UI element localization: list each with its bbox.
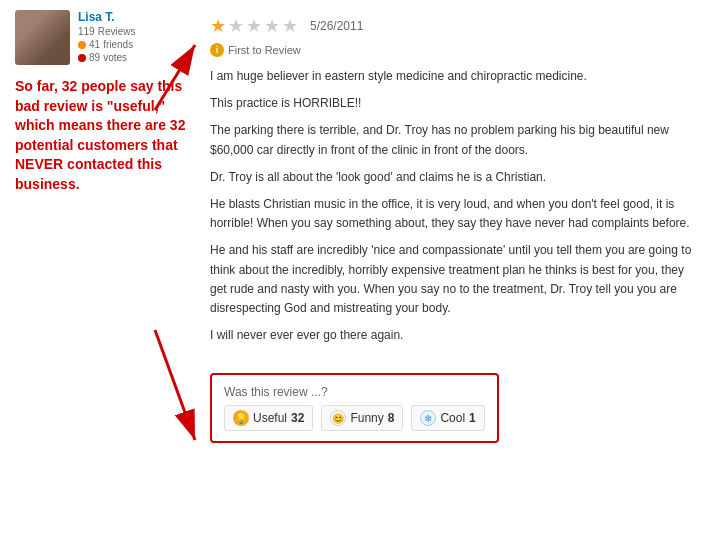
star-1: ★ xyxy=(210,15,226,37)
reviews-label: Reviews xyxy=(98,26,136,37)
review-para-4: Dr. Troy is all about the 'look good' an… xyxy=(210,168,704,187)
info-icon: i xyxy=(210,43,224,57)
star-4: ★ xyxy=(264,15,280,37)
funny-icon: 😊 xyxy=(330,410,346,426)
cool-count: 1 xyxy=(469,411,476,425)
user-reviews: 119 Reviews xyxy=(78,26,135,37)
first-review-badge: i First to Review xyxy=(210,43,704,57)
left-panel: Lisa T. 119 Reviews 41 friends 89 votes … xyxy=(0,0,200,545)
annotation-text: So far, 32 people say this bad review is… xyxy=(15,77,190,195)
star-2: ★ xyxy=(228,15,244,37)
useful-count: 32 xyxy=(291,411,304,425)
review-actions: Was this review ...? 💡 Useful 32 😊 Funny… xyxy=(210,373,499,443)
useful-icon: 💡 xyxy=(233,410,249,426)
user-votes: 89 votes xyxy=(78,52,135,63)
review-para-3: The parking there is terrible, and Dr. T… xyxy=(210,121,704,159)
votes-label: votes xyxy=(103,52,127,63)
actions-label: Was this review ...? xyxy=(224,385,485,399)
review-para-1: I am huge believer in eastern style medi… xyxy=(210,67,704,86)
review-date: 5/26/2011 xyxy=(310,19,363,33)
useful-button[interactable]: 💡 Useful 32 xyxy=(224,405,313,431)
cool-icon: ❄ xyxy=(420,410,436,426)
review-para-7: I will never ever ever go there again. xyxy=(210,326,704,345)
user-friends: 41 friends xyxy=(78,39,135,50)
stars-container: ★ ★ ★ ★ ★ xyxy=(210,15,298,37)
funny-count: 8 xyxy=(388,411,395,425)
svg-line-3 xyxy=(155,330,195,440)
votes-count: 89 xyxy=(89,52,100,63)
user-name[interactable]: Lisa T. xyxy=(78,10,135,24)
useful-label: Useful xyxy=(253,411,287,425)
reviews-count: 119 xyxy=(78,26,95,37)
page-wrapper: Lisa T. 119 Reviews 41 friends 89 votes … xyxy=(0,0,724,545)
right-panel: ★ ★ ★ ★ ★ 5/26/2011 i First to Review I … xyxy=(200,0,724,545)
votes-icon xyxy=(78,54,86,62)
funny-button[interactable]: 😊 Funny 8 xyxy=(321,405,403,431)
cool-label: Cool xyxy=(440,411,465,425)
review-para-6: He and his staff are incredibly 'nice an… xyxy=(210,241,704,318)
cool-button[interactable]: ❄ Cool 1 xyxy=(411,405,484,431)
star-5: ★ xyxy=(282,15,298,37)
review-para-2: This practice is HORRIBLE!! xyxy=(210,94,704,113)
review-header: ★ ★ ★ ★ ★ 5/26/2011 xyxy=(210,15,704,37)
user-info: Lisa T. 119 Reviews 41 friends 89 votes xyxy=(78,10,135,63)
star-3: ★ xyxy=(246,15,262,37)
friends-count: 41 xyxy=(89,39,100,50)
action-buttons: 💡 Useful 32 😊 Funny 8 ❄ Cool 1 xyxy=(224,405,485,431)
funny-label: Funny xyxy=(350,411,383,425)
avatar xyxy=(15,10,70,65)
friends-label: friends xyxy=(103,39,133,50)
avatar-area: Lisa T. 119 Reviews 41 friends 89 votes xyxy=(15,10,190,65)
review-body: I am huge believer in eastern style medi… xyxy=(210,67,704,353)
friends-icon xyxy=(78,41,86,49)
first-review-text: First to Review xyxy=(228,44,301,56)
review-para-5: He blasts Christian music in the office,… xyxy=(210,195,704,233)
